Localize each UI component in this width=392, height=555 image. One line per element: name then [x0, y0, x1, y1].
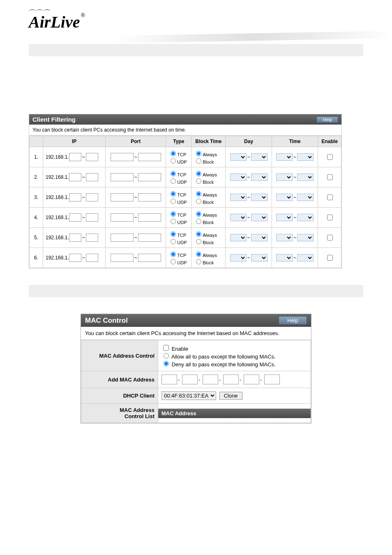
tcp-radio[interactable]: TCP — [168, 150, 189, 157]
time-to-select[interactable] — [297, 234, 314, 241]
mac-octet-input[interactable] — [203, 375, 218, 384]
help-button[interactable]: Help — [316, 116, 338, 123]
port-to-input[interactable] — [138, 234, 161, 242]
port-from-input[interactable] — [111, 173, 134, 181]
ip-to-input[interactable] — [86, 153, 98, 161]
ip-to-input[interactable] — [86, 254, 98, 262]
udp-radio[interactable]: UDP — [168, 197, 189, 205]
ip-from-input[interactable] — [69, 213, 81, 222]
port-from-input[interactable] — [111, 193, 134, 201]
always-radio[interactable]: Always — [194, 230, 223, 238]
filter-row: 3.192.168.1.~~TCPUDPAlwaysBlock~~ — [30, 187, 341, 208]
day-from-select[interactable] — [230, 254, 247, 261]
tcp-radio[interactable]: TCP — [168, 190, 189, 197]
ip-from-input[interactable] — [69, 153, 81, 161]
udp-radio[interactable]: UDP — [168, 238, 189, 245]
enable-checkbox-row[interactable]: Enable — [161, 346, 188, 352]
mac-octet-input[interactable] — [264, 375, 280, 384]
ip-to-input[interactable] — [86, 193, 98, 201]
section-intro-bar — [29, 44, 363, 56]
time-to-select[interactable] — [297, 214, 314, 221]
mac-octet-input[interactable] — [182, 375, 198, 384]
day-from-select[interactable] — [230, 194, 247, 201]
day-to-select[interactable] — [251, 214, 267, 221]
col-day: Day — [226, 136, 272, 147]
clone-button[interactable]: Clone — [219, 392, 242, 400]
brand-logo: ⌒⌒⌒ AirLive® — [29, 13, 85, 31]
tcp-radio[interactable]: TCP — [168, 250, 189, 258]
mac-list-label: MAC AddressControl List — [81, 404, 158, 423]
port-from-input[interactable] — [111, 234, 134, 242]
enable-checkbox[interactable] — [327, 174, 333, 180]
ip-from-input[interactable] — [69, 193, 81, 201]
time-from-select[interactable] — [276, 234, 293, 241]
add-mac-label: Add MAC Address — [81, 371, 158, 388]
port-from-input[interactable] — [111, 153, 134, 161]
tcp-radio[interactable]: TCP — [168, 170, 189, 177]
time-to-select[interactable] — [297, 173, 314, 181]
day-to-select[interactable] — [251, 173, 267, 181]
port-from-input[interactable] — [111, 254, 134, 262]
enable-checkbox[interactable] — [327, 235, 333, 240]
tcp-radio[interactable]: TCP — [168, 230, 189, 238]
time-to-select[interactable] — [297, 194, 314, 201]
block-radio[interactable]: Block — [194, 197, 223, 205]
block-radio[interactable]: Block — [194, 177, 223, 185]
dhcp-client-select[interactable]: 00:4F:63:01:37:EA — [161, 391, 216, 400]
time-from-select[interactable] — [276, 214, 293, 221]
row-number: 3. — [30, 187, 43, 208]
time-from-select[interactable] — [276, 153, 293, 161]
ip-to-input[interactable] — [86, 234, 98, 242]
always-radio[interactable]: Always — [194, 250, 223, 258]
block-radio[interactable]: Block — [194, 238, 223, 245]
filter-row: 6.192.168.1.~~TCPUDPAlwaysBlock~~ — [30, 248, 341, 268]
port-to-input[interactable] — [138, 254, 161, 262]
ip-from-input[interactable] — [69, 234, 81, 242]
time-to-select[interactable] — [297, 153, 314, 161]
day-to-select[interactable] — [251, 254, 267, 261]
always-radio[interactable]: Always — [194, 190, 223, 197]
udp-radio[interactable]: UDP — [168, 177, 189, 185]
time-to-select[interactable] — [297, 254, 314, 261]
block-radio[interactable]: Block — [194, 157, 223, 164]
enable-checkbox[interactable] — [327, 255, 333, 261]
help-button[interactable]: Help — [279, 316, 307, 325]
day-to-select[interactable] — [251, 194, 267, 201]
enable-checkbox[interactable] — [327, 194, 333, 200]
udp-radio[interactable]: UDP — [168, 258, 189, 265]
block-radio[interactable]: Block — [194, 258, 223, 265]
mac-octet-input[interactable] — [223, 375, 239, 384]
port-to-input[interactable] — [138, 173, 161, 181]
day-from-select[interactable] — [230, 214, 247, 221]
enable-checkbox[interactable] — [327, 215, 333, 220]
udp-radio[interactable]: UDP — [168, 157, 189, 164]
enable-checkbox[interactable] — [327, 154, 333, 160]
day-to-select[interactable] — [251, 234, 267, 241]
udp-radio[interactable]: UDP — [168, 217, 189, 225]
port-to-input[interactable] — [138, 153, 161, 161]
allow-radio-row[interactable]: Allow all to pass except the following M… — [161, 354, 276, 360]
filter-row: 1.192.168.1.~~TCPUDPAlwaysBlock~~ — [30, 147, 341, 167]
mac-octet-input[interactable] — [244, 375, 259, 384]
day-to-select[interactable] — [251, 153, 267, 161]
block-radio[interactable]: Block — [194, 217, 223, 225]
day-from-select[interactable] — [230, 234, 247, 241]
port-to-input[interactable] — [138, 213, 161, 222]
time-from-select[interactable] — [276, 194, 293, 201]
ip-from-input[interactable] — [69, 254, 81, 262]
mac-octet-input[interactable] — [161, 375, 177, 384]
time-from-select[interactable] — [276, 173, 293, 181]
port-to-input[interactable] — [138, 193, 161, 201]
day-from-select[interactable] — [230, 173, 247, 181]
always-radio[interactable]: Always — [194, 210, 223, 217]
time-from-select[interactable] — [276, 254, 293, 261]
port-from-input[interactable] — [111, 213, 134, 222]
ip-from-input[interactable] — [69, 173, 81, 181]
always-radio[interactable]: Always — [194, 150, 223, 157]
day-from-select[interactable] — [230, 153, 247, 161]
tcp-radio[interactable]: TCP — [168, 210, 189, 217]
deny-radio-row[interactable]: Deny all to pass except the following MA… — [161, 361, 276, 368]
ip-to-input[interactable] — [86, 173, 98, 181]
ip-to-input[interactable] — [86, 213, 98, 222]
always-radio[interactable]: Always — [194, 170, 223, 177]
